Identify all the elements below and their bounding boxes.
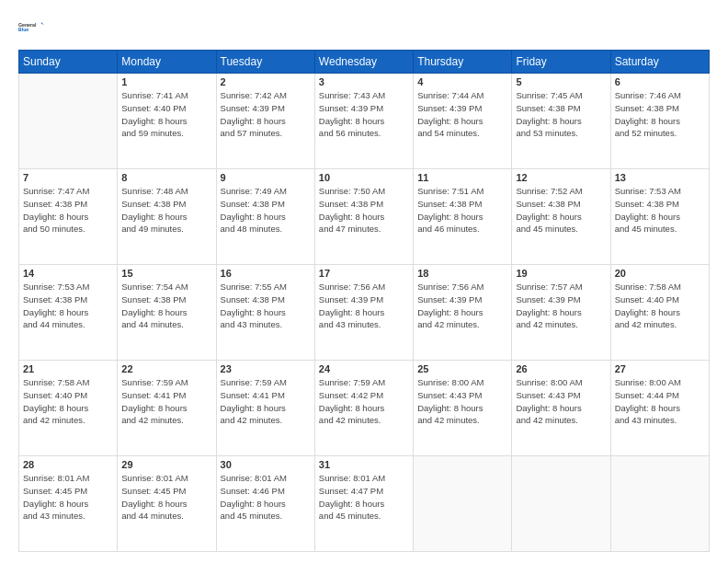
calendar-day-cell: 25Sunrise: 8:00 AM Sunset: 4:43 PM Dayli… bbox=[414, 361, 512, 456]
page: General Blue SundayMondayTuesdayWednesda… bbox=[0, 0, 728, 563]
day-number: 9 bbox=[221, 172, 311, 183]
calendar-day-cell: 17Sunrise: 7:56 AM Sunset: 4:39 PM Dayli… bbox=[314, 265, 413, 361]
day-number: 22 bbox=[121, 363, 211, 374]
day-number: 2 bbox=[221, 76, 311, 87]
weekday-header: Monday bbox=[118, 51, 216, 74]
day-info: Sunrise: 8:01 AM Sunset: 4:47 PM Dayligh… bbox=[319, 472, 409, 523]
day-info: Sunrise: 8:01 AM Sunset: 4:45 PM Dayligh… bbox=[23, 472, 113, 523]
day-info: Sunrise: 7:49 AM Sunset: 4:38 PM Dayligh… bbox=[221, 185, 311, 236]
day-number: 14 bbox=[23, 268, 113, 279]
calendar-day-cell: 19Sunrise: 7:57 AM Sunset: 4:39 PM Dayli… bbox=[512, 265, 610, 361]
calendar-day-cell bbox=[19, 74, 118, 169]
day-info: Sunrise: 7:43 AM Sunset: 4:39 PM Dayligh… bbox=[319, 89, 409, 140]
day-info: Sunrise: 7:53 AM Sunset: 4:38 PM Dayligh… bbox=[23, 281, 113, 331]
calendar-day-cell: 14Sunrise: 7:53 AM Sunset: 4:38 PM Dayli… bbox=[19, 265, 118, 361]
weekday-header: Wednesday bbox=[314, 51, 413, 74]
day-info: Sunrise: 7:56 AM Sunset: 4:39 PM Dayligh… bbox=[417, 281, 507, 331]
day-number: 23 bbox=[221, 363, 311, 374]
calendar-day-cell: 15Sunrise: 7:54 AM Sunset: 4:38 PM Dayli… bbox=[118, 265, 216, 361]
calendar-day-cell: 4Sunrise: 7:44 AM Sunset: 4:39 PM Daylig… bbox=[414, 74, 512, 169]
calendar-week-row: 28Sunrise: 8:01 AM Sunset: 4:45 PM Dayli… bbox=[19, 456, 710, 552]
day-info: Sunrise: 8:01 AM Sunset: 4:46 PM Dayligh… bbox=[221, 472, 311, 523]
day-number: 13 bbox=[615, 172, 705, 183]
calendar-day-cell: 26Sunrise: 8:00 AM Sunset: 4:43 PM Dayli… bbox=[512, 361, 610, 456]
calendar-day-cell: 6Sunrise: 7:46 AM Sunset: 4:38 PM Daylig… bbox=[610, 74, 709, 169]
day-info: Sunrise: 8:00 AM Sunset: 4:44 PM Dayligh… bbox=[615, 376, 705, 427]
weekday-header: Friday bbox=[512, 51, 610, 74]
day-number: 1 bbox=[121, 76, 211, 87]
calendar-day-cell: 28Sunrise: 8:01 AM Sunset: 4:45 PM Dayli… bbox=[19, 456, 118, 552]
calendar-day-cell: 13Sunrise: 7:53 AM Sunset: 4:38 PM Dayli… bbox=[610, 169, 709, 265]
day-number: 31 bbox=[319, 459, 409, 470]
day-number: 24 bbox=[319, 363, 409, 374]
day-info: Sunrise: 7:45 AM Sunset: 4:38 PM Dayligh… bbox=[516, 89, 606, 140]
day-number: 26 bbox=[516, 363, 606, 374]
calendar-day-cell: 2Sunrise: 7:42 AM Sunset: 4:39 PM Daylig… bbox=[216, 74, 314, 169]
day-number: 28 bbox=[23, 459, 113, 470]
calendar-day-cell: 23Sunrise: 7:59 AM Sunset: 4:41 PM Dayli… bbox=[216, 361, 314, 456]
weekday-header: Thursday bbox=[414, 51, 512, 74]
calendar-day-cell: 10Sunrise: 7:50 AM Sunset: 4:38 PM Dayli… bbox=[314, 169, 413, 265]
day-number: 11 bbox=[417, 172, 507, 183]
day-number: 16 bbox=[221, 268, 311, 279]
calendar-day-cell: 24Sunrise: 7:59 AM Sunset: 4:42 PM Dayli… bbox=[314, 361, 413, 456]
calendar-day-cell: 27Sunrise: 8:00 AM Sunset: 4:44 PM Dayli… bbox=[610, 361, 709, 456]
calendar-day-cell bbox=[512, 456, 610, 552]
day-number: 8 bbox=[121, 172, 211, 183]
day-info: Sunrise: 7:51 AM Sunset: 4:38 PM Dayligh… bbox=[417, 185, 507, 236]
day-info: Sunrise: 7:55 AM Sunset: 4:38 PM Dayligh… bbox=[221, 281, 311, 331]
calendar-day-cell: 29Sunrise: 8:01 AM Sunset: 4:45 PM Dayli… bbox=[118, 456, 216, 552]
calendar-day-cell: 12Sunrise: 7:52 AM Sunset: 4:38 PM Dayli… bbox=[512, 169, 610, 265]
day-number: 4 bbox=[417, 76, 507, 87]
calendar-day-cell: 3Sunrise: 7:43 AM Sunset: 4:39 PM Daylig… bbox=[314, 74, 413, 169]
calendar-day-cell: 21Sunrise: 7:58 AM Sunset: 4:40 PM Dayli… bbox=[19, 361, 118, 456]
day-number: 15 bbox=[121, 268, 211, 279]
day-info: Sunrise: 7:57 AM Sunset: 4:39 PM Dayligh… bbox=[516, 281, 606, 331]
day-number: 30 bbox=[221, 459, 311, 470]
day-info: Sunrise: 7:52 AM Sunset: 4:38 PM Dayligh… bbox=[516, 185, 606, 236]
weekday-header: Saturday bbox=[610, 51, 709, 74]
calendar-week-row: 1Sunrise: 7:41 AM Sunset: 4:40 PM Daylig… bbox=[19, 74, 710, 169]
logo-icon: General Blue bbox=[18, 15, 44, 40]
header: General Blue bbox=[18, 15, 710, 40]
calendar-week-row: 21Sunrise: 7:58 AM Sunset: 4:40 PM Dayli… bbox=[19, 361, 710, 456]
day-info: Sunrise: 7:47 AM Sunset: 4:38 PM Dayligh… bbox=[23, 185, 113, 236]
calendar-table: SundayMondayTuesdayWednesdayThursdayFrid… bbox=[18, 50, 710, 552]
day-number: 29 bbox=[121, 459, 211, 470]
day-info: Sunrise: 7:59 AM Sunset: 4:41 PM Dayligh… bbox=[221, 376, 311, 427]
day-number: 25 bbox=[417, 363, 507, 374]
day-info: Sunrise: 7:59 AM Sunset: 4:42 PM Dayligh… bbox=[319, 376, 409, 427]
weekday-header: Tuesday bbox=[216, 51, 314, 74]
calendar-day-cell: 31Sunrise: 8:01 AM Sunset: 4:47 PM Dayli… bbox=[314, 456, 413, 552]
calendar-day-cell: 22Sunrise: 7:59 AM Sunset: 4:41 PM Dayli… bbox=[118, 361, 216, 456]
day-number: 19 bbox=[516, 268, 606, 279]
day-info: Sunrise: 7:59 AM Sunset: 4:41 PM Dayligh… bbox=[121, 376, 211, 427]
calendar-day-cell: 5Sunrise: 7:45 AM Sunset: 4:38 PM Daylig… bbox=[512, 74, 610, 169]
day-info: Sunrise: 7:44 AM Sunset: 4:39 PM Dayligh… bbox=[417, 89, 507, 140]
calendar-day-cell: 11Sunrise: 7:51 AM Sunset: 4:38 PM Dayli… bbox=[414, 169, 512, 265]
day-number: 10 bbox=[319, 172, 409, 183]
day-info: Sunrise: 7:46 AM Sunset: 4:38 PM Dayligh… bbox=[615, 89, 705, 140]
day-number: 21 bbox=[23, 363, 113, 374]
day-number: 7 bbox=[23, 172, 113, 183]
calendar-day-cell: 16Sunrise: 7:55 AM Sunset: 4:38 PM Dayli… bbox=[216, 265, 314, 361]
day-info: Sunrise: 7:58 AM Sunset: 4:40 PM Dayligh… bbox=[615, 281, 705, 331]
day-info: Sunrise: 7:56 AM Sunset: 4:39 PM Dayligh… bbox=[319, 281, 409, 331]
calendar-day-cell: 8Sunrise: 7:48 AM Sunset: 4:38 PM Daylig… bbox=[118, 169, 216, 265]
weekday-header-row: SundayMondayTuesdayWednesdayThursdayFrid… bbox=[19, 51, 710, 74]
logo: General Blue bbox=[18, 15, 44, 40]
day-number: 12 bbox=[516, 172, 606, 183]
svg-text:General: General bbox=[18, 22, 37, 28]
calendar-week-row: 14Sunrise: 7:53 AM Sunset: 4:38 PM Dayli… bbox=[19, 265, 710, 361]
day-info: Sunrise: 7:54 AM Sunset: 4:38 PM Dayligh… bbox=[121, 281, 211, 331]
day-info: Sunrise: 8:01 AM Sunset: 4:45 PM Dayligh… bbox=[121, 472, 211, 523]
calendar-day-cell: 18Sunrise: 7:56 AM Sunset: 4:39 PM Dayli… bbox=[414, 265, 512, 361]
calendar-day-cell bbox=[610, 456, 709, 552]
calendar-day-cell bbox=[414, 456, 512, 552]
day-info: Sunrise: 7:53 AM Sunset: 4:38 PM Dayligh… bbox=[615, 185, 705, 236]
svg-marker-1 bbox=[41, 22, 44, 25]
day-info: Sunrise: 8:00 AM Sunset: 4:43 PM Dayligh… bbox=[516, 376, 606, 427]
calendar-day-cell: 7Sunrise: 7:47 AM Sunset: 4:38 PM Daylig… bbox=[19, 169, 118, 265]
day-info: Sunrise: 7:48 AM Sunset: 4:38 PM Dayligh… bbox=[121, 185, 211, 236]
calendar-day-cell: 9Sunrise: 7:49 AM Sunset: 4:38 PM Daylig… bbox=[216, 169, 314, 265]
